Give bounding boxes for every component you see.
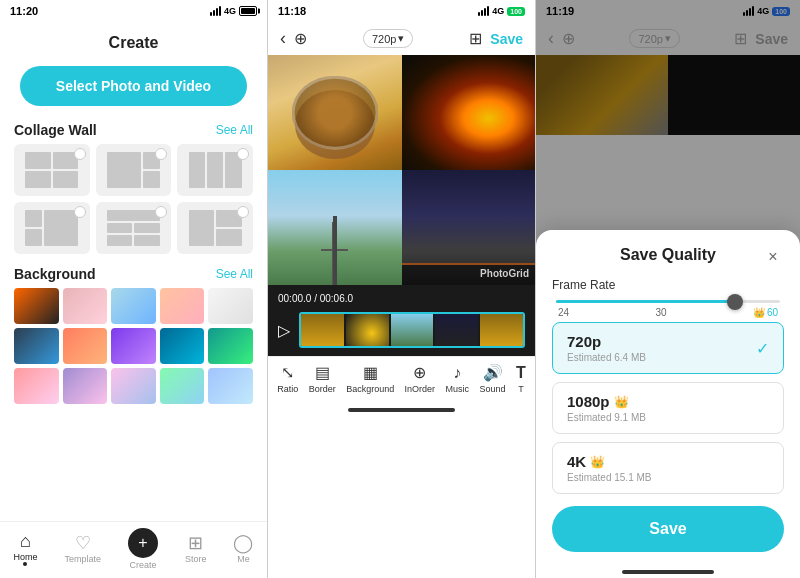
save-button-2[interactable]: Save (490, 31, 523, 47)
back-button[interactable]: ‹ (280, 28, 286, 49)
nav-me-label: Me (237, 554, 250, 564)
bg-item-10[interactable] (208, 328, 253, 364)
nav-home[interactable]: ⌂ Home (13, 532, 37, 566)
bg-item-12[interactable] (63, 368, 108, 404)
quality-1080p[interactable]: 1080p 👑 Estimated 9.1 MB (552, 382, 784, 434)
battery-icon-1 (239, 6, 257, 16)
nav-me[interactable]: ◯ Me (233, 534, 253, 564)
bg-item-1[interactable] (14, 288, 59, 324)
bg-item-6[interactable] (14, 328, 59, 364)
toolbar-sound[interactable]: 🔊 Sound (480, 363, 506, 394)
battery-badge-2: 100 (507, 7, 525, 16)
quality-720p-info: 720p Estimated 6.4 MB (567, 333, 646, 363)
watermark: PhotoGrid (480, 268, 529, 279)
slider-labels: 24 30 👑 60 (556, 307, 780, 318)
status-icons-1: 4G (210, 6, 257, 16)
bg-item-11[interactable] (14, 368, 59, 404)
bg-item-3[interactable] (111, 288, 156, 324)
select-photo-video-button[interactable]: Select Photo and Video (20, 66, 247, 106)
nav-home-label: Home (13, 552, 37, 562)
panel-save-quality: 11:19 4G 100 ‹ ⊕ 720p ▾ (536, 0, 800, 578)
quality-720p[interactable]: 720p Estimated 6.4 MB ✓ (552, 322, 784, 374)
profile-icon: ◯ (233, 534, 253, 552)
bg-item-5[interactable] (208, 288, 253, 324)
ratio-icon: ⤡ (281, 363, 294, 382)
collage-item-3[interactable] (177, 144, 253, 196)
quality-1080p-sub: Estimated 9.1 MB (567, 412, 646, 423)
collage-see-all[interactable]: See All (216, 123, 253, 137)
save-quality-sheet: Save Quality × Frame Rate 24 30 👑 60 (536, 230, 800, 578)
template-icon: ♡ (75, 534, 91, 552)
toolbar-ratio[interactable]: ⤡ Ratio (277, 363, 298, 394)
quality-4k-res: 4K 👑 (567, 453, 651, 470)
crown-max-icon: 👑 (753, 307, 765, 318)
slider-mid-label: 30 (655, 307, 666, 318)
toolbar-inorder[interactable]: ⊕ InOrder (405, 363, 436, 394)
collage-item-2[interactable] (96, 144, 172, 196)
timeline-track[interactable]: ▷ (278, 310, 525, 350)
video-cell-food (268, 55, 402, 170)
quality-720p-res: 720p (567, 333, 646, 350)
toolbar-bg-label: Background (346, 384, 394, 394)
crown-1080p-icon: 👑 (614, 395, 629, 409)
play-button[interactable]: ▷ (278, 321, 290, 340)
toolbar-border[interactable]: ▤ Border (309, 363, 336, 394)
nav-create-label: Create (129, 560, 156, 570)
text-icon: T (516, 364, 526, 382)
nav-indicator (23, 562, 27, 566)
nav-template[interactable]: ♡ Template (64, 534, 101, 564)
sound-icon: 🔊 (483, 363, 503, 382)
bg-item-7[interactable] (63, 328, 108, 364)
nav-template-label: Template (64, 554, 101, 564)
panel-editor: 11:18 4G 100 ‹ ⊕ 720p ▾ (268, 0, 536, 578)
toolbar-sound-label: Sound (480, 384, 506, 394)
toolbar-ratio-label: Ratio (277, 384, 298, 394)
nav-store[interactable]: ⊞ Store (185, 534, 207, 564)
layers-icon[interactable]: ⊕ (294, 29, 307, 48)
resolution-badge[interactable]: 720p ▾ (363, 29, 413, 48)
quality-4k-info: 4K 👑 Estimated 15.1 MB (567, 453, 651, 483)
collage-item-6[interactable] (177, 202, 253, 254)
time-2: 11:18 (278, 5, 306, 17)
collage-item-1[interactable] (14, 144, 90, 196)
quality-4k[interactable]: 4K 👑 Estimated 15.1 MB (552, 442, 784, 494)
sheet-close-button[interactable]: × (762, 246, 784, 268)
collage-item-4[interactable] (14, 202, 90, 254)
status-bar-1: 11:20 4G (0, 0, 267, 22)
sheet-save-button[interactable]: Save (552, 506, 784, 552)
bg-item-4[interactable] (160, 288, 205, 324)
slider-thumb[interactable] (727, 294, 743, 310)
toolbar-background[interactable]: ▦ Background (346, 363, 394, 394)
network-1: 4G (224, 6, 236, 16)
sheet-title: Save Quality (620, 246, 716, 264)
toolbar-inorder-label: InOrder (405, 384, 436, 394)
background-see-all[interactable]: See All (216, 267, 253, 281)
frame-rate-slider[interactable]: 24 30 👑 60 (552, 300, 784, 318)
bottom-nav-1: ⌂ Home ♡ Template + Create ⊞ Store ◯ Me (0, 521, 267, 578)
toolbar-music[interactable]: ♪ Music (446, 364, 470, 394)
bg-item-9[interactable] (160, 328, 205, 364)
signal-icon-2 (478, 6, 489, 16)
home-indicator-3 (622, 570, 715, 574)
slider-track (556, 300, 780, 303)
bg-item-13[interactable] (111, 368, 156, 404)
grid-icon[interactable]: ⊞ (469, 29, 482, 48)
border-icon: ▤ (315, 363, 330, 382)
network-2: 4G (492, 6, 504, 16)
video-cell-crowd: PhotoGrid (402, 170, 536, 285)
timeline-thumbs (299, 312, 525, 348)
collage-section-title: Collage Wall (14, 122, 97, 138)
video-grid: PhotoGrid (268, 55, 535, 285)
nav-create[interactable]: + Create (128, 528, 158, 570)
toolbar-text[interactable]: T T (516, 364, 526, 394)
bg-item-14[interactable] (160, 368, 205, 404)
editor-nav-icons: ‹ ⊕ (280, 28, 307, 49)
collage-item-5[interactable] (96, 202, 172, 254)
store-icon: ⊞ (188, 534, 203, 552)
video-cell-tower (268, 170, 402, 285)
bg-item-2[interactable] (63, 288, 108, 324)
background-grid (0, 288, 267, 372)
bg-item-15[interactable] (208, 368, 253, 404)
sheet-title-row: Save Quality × (552, 246, 784, 264)
bg-item-8[interactable] (111, 328, 156, 364)
